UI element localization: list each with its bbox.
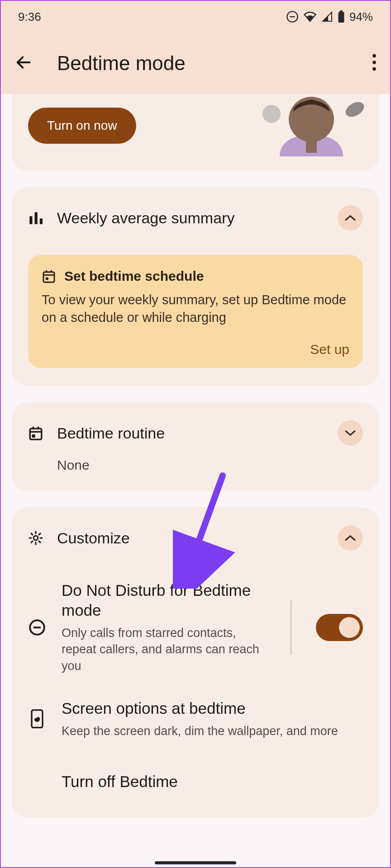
svg-rect-11	[29, 216, 32, 224]
set-up-button[interactable]: Set up	[310, 342, 349, 357]
screen-options-title: Screen options at bedtime	[62, 698, 363, 718]
chevron-up-icon	[344, 214, 356, 222]
bedtime-routine-card: Bedtime routine None	[12, 402, 379, 491]
bedtime-illustration	[248, 94, 370, 156]
arrow-back-icon	[14, 53, 33, 71]
hero-card: Turn on now	[12, 94, 379, 171]
status-icons: 94%	[286, 10, 373, 24]
calendar-event-icon	[28, 425, 43, 441]
banner-body: To view your weekly summary, set up Bedt…	[42, 291, 349, 326]
svg-rect-14	[43, 272, 54, 283]
dnd-desc: Only calls from starred contacts, repeat…	[62, 625, 266, 674]
svg-rect-19	[30, 429, 42, 439]
dnd-toggle[interactable]	[316, 614, 363, 641]
gesture-nav-handle[interactable]	[155, 861, 236, 864]
dnd-setting-row[interactable]: Do Not Disturb for Bedtime mode Only cal…	[28, 580, 363, 674]
svg-point-4	[372, 54, 376, 58]
svg-point-6	[372, 67, 376, 71]
page-title: Bedtime mode	[57, 52, 186, 75]
battery-pct: 94%	[349, 10, 373, 24]
bedtime-routine-title: Bedtime routine	[57, 425, 324, 442]
back-button[interactable]	[14, 53, 33, 73]
svg-rect-3	[340, 10, 343, 12]
overflow-menu-button[interactable]	[372, 54, 377, 73]
bedtime-routine-header[interactable]: Bedtime routine	[28, 420, 363, 446]
wifi-icon	[303, 11, 317, 23]
customize-title: Customize	[57, 529, 324, 547]
weekly-summary-header[interactable]: Weekly average summary	[28, 205, 363, 231]
weekly-summary-title: Weekly average summary	[57, 209, 324, 227]
divider	[291, 600, 291, 655]
gear-icon	[28, 530, 43, 546]
screen-options-desc: Keep the screen dark, dim the wallpaper,…	[62, 723, 363, 739]
calendar-icon	[42, 269, 56, 283]
do-not-disturb-icon	[29, 619, 46, 636]
svg-rect-2	[338, 12, 344, 23]
banner-title: Set bedtime schedule	[64, 269, 204, 284]
customize-header[interactable]: Customize	[28, 525, 363, 551]
screen-options-row[interactable]: Screen options at bedtime Keep the scree…	[28, 698, 363, 739]
dnd-title: Do Not Disturb for Bedtime mode	[62, 580, 266, 620]
battery-icon	[338, 10, 345, 23]
collapse-weekly-button[interactable]	[338, 205, 363, 231]
svg-rect-10	[306, 137, 317, 153]
content-scroll[interactable]: Turn on now Weekly average summary	[1, 94, 390, 868]
svg-rect-23	[32, 434, 35, 438]
svg-point-24	[33, 536, 38, 540]
signal-icon	[321, 11, 333, 22]
expand-routine-button[interactable]	[338, 420, 363, 446]
svg-point-8	[343, 99, 367, 120]
svg-rect-12	[35, 212, 38, 224]
dnd-status-icon	[286, 10, 299, 23]
status-time: 9:36	[18, 10, 41, 24]
turn-on-now-button[interactable]: Turn on now	[28, 108, 136, 144]
svg-point-5	[372, 61, 376, 64]
more-vert-icon	[372, 54, 377, 71]
turn-off-row[interactable]: Turn off Bedtime	[62, 773, 363, 791]
app-bar: Bedtime mode	[1, 33, 390, 94]
weekly-summary-card: Weekly average summary Set bedtime sched…	[12, 187, 379, 386]
customize-card: Customize Do Not Disturb for Bedtime mod…	[12, 507, 379, 818]
chevron-down-icon	[344, 429, 356, 437]
svg-point-7	[262, 105, 281, 123]
chevron-up-icon	[344, 534, 356, 542]
svg-rect-13	[40, 218, 43, 224]
bar-chart-icon	[29, 212, 43, 224]
status-bar: 9:36 94%	[1, 1, 390, 33]
collapse-customize-button[interactable]	[338, 525, 363, 551]
svg-point-18	[46, 277, 48, 280]
routine-value: None	[57, 458, 363, 473]
set-schedule-banner: Set bedtime schedule To view your weekly…	[28, 255, 363, 368]
phone-screen-icon	[30, 709, 44, 728]
